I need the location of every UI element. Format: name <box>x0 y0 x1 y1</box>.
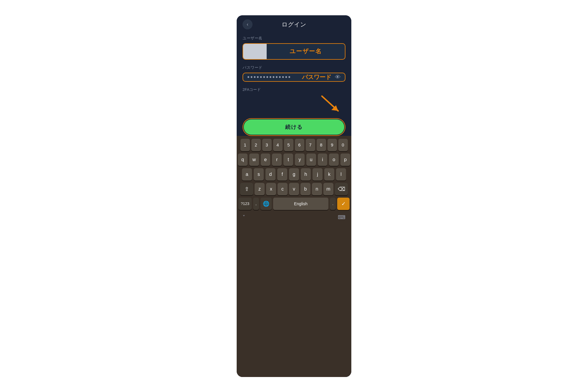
keyboard-bottom-row: ?123 , 🌐 English . ✓ <box>238 198 350 210</box>
key-q[interactable]: q <box>238 154 248 166</box>
key-y[interactable]: y <box>295 154 305 166</box>
arrow-icon <box>319 95 343 115</box>
header: ‹ ログイン <box>243 15 345 33</box>
keyboard-numbers-row: 1 2 3 4 5 6 7 8 9 0 <box>238 139 350 151</box>
return-checkmark: ✓ <box>341 201 346 207</box>
username-cursor-area <box>243 44 267 59</box>
key-7[interactable]: 7 <box>306 139 315 151</box>
key-x[interactable]: x <box>266 183 276 195</box>
continue-button[interactable]: 続ける <box>244 119 344 135</box>
keyboard-row-2: a s d f g h j k l <box>238 168 350 181</box>
number-switch-label: ?123 <box>241 201 249 206</box>
key-n[interactable]: n <box>312 183 322 195</box>
key-e[interactable]: e <box>261 154 270 166</box>
key-5[interactable]: 5 <box>284 139 293 151</box>
key-f[interactable]: f <box>277 168 287 181</box>
chevron-down-icon[interactable]: ˅ <box>243 214 245 221</box>
app-area: ‹ ログイン ユーザー名 ユーザー名 パスワード •••••••••••••• … <box>237 15 351 136</box>
space-label: English <box>294 201 308 206</box>
keyboard-bottom-bar: ˅ ⌨ <box>238 212 350 223</box>
key-3[interactable]: 3 <box>262 139 272 151</box>
phone-frame: ‹ ログイン ユーザー名 ユーザー名 パスワード •••••••••••••• … <box>237 15 351 377</box>
key-0[interactable]: 0 <box>338 139 348 151</box>
return-key[interactable]: ✓ <box>337 198 350 210</box>
keyboard: 1 2 3 4 5 6 7 8 9 0 q w e r t y u i o p … <box>237 136 351 377</box>
key-v[interactable]: v <box>289 183 299 195</box>
shift-key[interactable]: ⇧ <box>240 183 253 195</box>
key-d[interactable]: d <box>265 168 275 181</box>
backspace-key[interactable]: ⌫ <box>335 183 348 195</box>
key-number-switch[interactable]: ?123 <box>238 198 252 210</box>
key-2[interactable]: 2 <box>251 139 261 151</box>
password-placeholder: パスワード <box>302 73 331 81</box>
password-label: パスワード <box>243 65 345 70</box>
arrow-annotation <box>243 95 345 118</box>
key-c[interactable]: c <box>278 183 288 195</box>
key-o[interactable]: o <box>329 154 339 166</box>
key-w[interactable]: w <box>249 154 259 166</box>
key-z[interactable]: z <box>255 183 265 195</box>
key-l[interactable]: l <box>336 168 346 181</box>
key-8[interactable]: 8 <box>317 139 326 151</box>
key-j[interactable]: j <box>313 168 323 181</box>
twofa-label: 2FAコード <box>243 87 345 92</box>
password-dots: •••••••••••••• <box>243 73 302 81</box>
key-t[interactable]: t <box>283 154 293 166</box>
keyboard-row-1: q w e r t y u i o p <box>238 154 350 166</box>
key-comma[interactable]: , <box>253 198 259 210</box>
eye-icon: 👁 <box>335 74 341 81</box>
key-u[interactable]: u <box>306 154 316 166</box>
keyboard-row-3: ⇧ z x c v b n m ⌫ <box>238 183 350 195</box>
key-p[interactable]: p <box>340 154 350 166</box>
page-title: ログイン <box>282 21 306 29</box>
key-globe[interactable]: 🌐 <box>260 198 272 210</box>
continue-button-wrapper: 続ける <box>243 118 345 136</box>
keyboard-icon[interactable]: ⌨ <box>338 214 345 221</box>
key-9[interactable]: 9 <box>328 139 337 151</box>
key-k[interactable]: k <box>324 168 334 181</box>
back-button[interactable]: ‹ <box>243 19 253 29</box>
username-label: ユーザー名 <box>243 36 345 41</box>
key-b[interactable]: b <box>300 183 310 195</box>
username-input-wrapper[interactable]: ユーザー名 <box>243 43 345 60</box>
key-space[interactable]: English <box>273 198 329 210</box>
continue-label: 続ける <box>285 124 303 131</box>
back-icon: ‹ <box>247 22 248 27</box>
username-placeholder: ユーザー名 <box>267 47 345 55</box>
key-r[interactable]: r <box>272 154 282 166</box>
key-g[interactable]: g <box>289 168 299 181</box>
key-m[interactable]: m <box>323 183 333 195</box>
password-input-wrapper[interactable]: •••••••••••••• パスワード 👁 <box>243 73 345 82</box>
login-form: ユーザー名 ユーザー名 パスワード •••••••••••••• パスワード 👁… <box>243 33 345 92</box>
key-h[interactable]: h <box>301 168 311 181</box>
key-period[interactable]: . <box>330 198 336 210</box>
key-1[interactable]: 1 <box>240 139 250 151</box>
key-i[interactable]: i <box>318 154 328 166</box>
key-6[interactable]: 6 <box>295 139 304 151</box>
key-s[interactable]: s <box>254 168 264 181</box>
key-a[interactable]: a <box>242 168 252 181</box>
key-4[interactable]: 4 <box>273 139 283 151</box>
